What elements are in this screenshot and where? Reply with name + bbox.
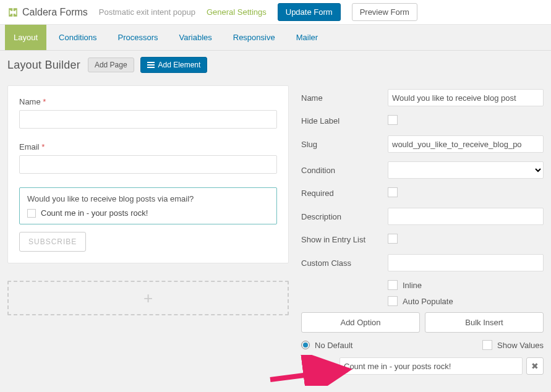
add-option-button[interactable]: Add Option	[301, 312, 420, 333]
prop-description-label: Description	[301, 212, 388, 221]
prop-show-entry-label: Show in Entry List	[301, 235, 388, 244]
inline-checkbox[interactable]	[388, 280, 398, 290]
preview-form-button[interactable]: Preview Form	[352, 3, 417, 21]
brand: Caldera Forms	[7, 7, 88, 18]
tab-variables[interactable]: Variables	[171, 25, 221, 50]
add-element-button[interactable]: Add Element	[140, 57, 208, 73]
show-values-checkbox[interactable]	[482, 340, 492, 350]
prop-condition-select[interactable]	[388, 161, 544, 179]
prop-slug-input[interactable]	[388, 135, 544, 153]
hide-label-checkbox[interactable]	[388, 115, 398, 125]
general-settings-link[interactable]: General Settings	[207, 7, 267, 17]
prop-hide-label: Hide Label	[301, 116, 388, 126]
canvas-checkbox-option-label: Count me in - your posts rock!	[41, 208, 148, 218]
prop-custom-class-label: Custom Class	[301, 258, 388, 268]
auto-populate-label: Auto Populate	[403, 297, 453, 306]
canvas-name-label: Name *	[19, 97, 277, 106]
option-1-value-input[interactable]	[340, 357, 523, 375]
tab-conditions[interactable]: Conditions	[50, 25, 105, 50]
subscribe-button[interactable]: SUBSCRIBE	[19, 232, 86, 252]
form-canvas: Name * Email * Would you like to receive…	[7, 85, 289, 263]
page-title: Layout Builder	[7, 59, 80, 72]
tab-mailer[interactable]: Mailer	[288, 25, 327, 50]
no-default-radio[interactable]	[301, 341, 310, 349]
canvas-email-field[interactable]	[19, 155, 277, 174]
prop-slug-label: Slug	[301, 140, 388, 149]
required-asterisk: *	[43, 97, 46, 106]
form-instance-name: Postmatic exit intent popup	[99, 7, 195, 17]
no-default-label: No Default	[315, 341, 352, 350]
prop-condition-label: Condition	[301, 166, 388, 175]
prop-custom-class-input[interactable]	[388, 254, 544, 271]
remove-option-button[interactable]: ✖	[526, 357, 544, 375]
canvas-name-field[interactable]	[19, 110, 277, 129]
caldera-logo-icon	[7, 7, 19, 18]
update-form-button[interactable]: Update Form	[278, 3, 341, 21]
remove-icon: ✖	[531, 361, 539, 371]
canvas-checkbox-box[interactable]	[27, 209, 36, 218]
field-properties-panel: Name Hide Label Slug Condition Required …	[301, 85, 544, 375]
canvas-checkbox-field[interactable]: Would you like to receive blog posts via…	[19, 187, 277, 224]
tab-layout[interactable]: Layout	[5, 25, 46, 50]
brand-name: Caldera Forms	[22, 7, 88, 18]
canvas-email-label: Email *	[19, 142, 277, 151]
tab-processors[interactable]: Processors	[109, 25, 166, 50]
add-row-dropzone[interactable]: +	[7, 281, 289, 315]
list-icon	[147, 62, 155, 68]
auto-populate-checkbox[interactable]	[388, 296, 398, 306]
show-values-label: Show Values	[497, 341, 544, 350]
add-element-label: Add Element	[158, 61, 201, 69]
show-entry-checkbox[interactable]	[388, 234, 398, 244]
add-page-button[interactable]: Add Page	[88, 58, 134, 72]
canvas-checkbox-question: Would you like to receive blog posts via…	[27, 194, 269, 203]
inline-label: Inline	[403, 281, 422, 290]
prop-description-input[interactable]	[388, 208, 544, 225]
bulk-insert-button[interactable]: Bulk Insert	[425, 312, 544, 333]
required-asterisk: *	[41, 142, 45, 151]
tab-bar: Layout Conditions Processors Variables R…	[0, 25, 551, 51]
tab-responsive[interactable]: Responsive	[224, 25, 284, 50]
prop-name-label: Name	[301, 93, 388, 103]
plus-icon: +	[143, 289, 153, 308]
required-checkbox[interactable]	[388, 187, 398, 197]
prop-name-input[interactable]	[388, 89, 544, 106]
prop-required-label: Required	[301, 189, 388, 198]
